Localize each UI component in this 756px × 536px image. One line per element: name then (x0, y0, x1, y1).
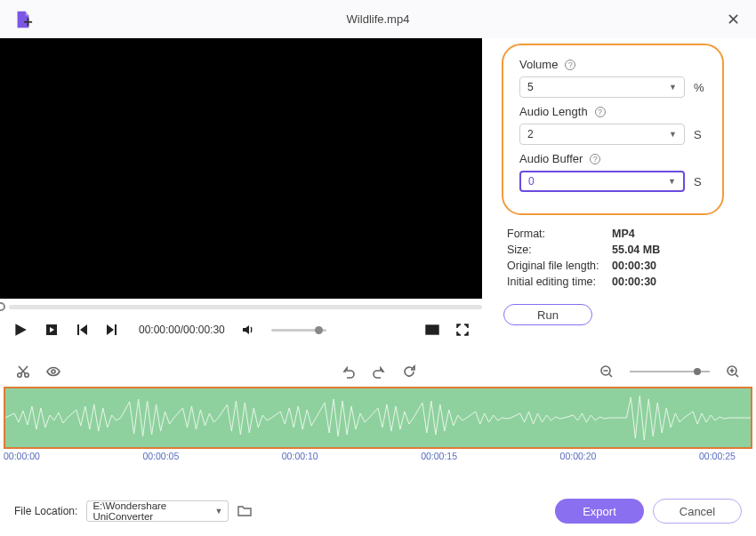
zoom-in-icon[interactable] (726, 364, 740, 379)
audio-buffer-select[interactable]: 0▼ (519, 171, 685, 192)
orig-length-value: 00:00:30 (612, 260, 656, 272)
close-icon[interactable]: ✕ (727, 10, 740, 29)
run-button[interactable]: Run (503, 304, 592, 325)
zoom-out-icon[interactable] (599, 364, 614, 379)
audio-buffer-label: Audio Buffer (519, 152, 583, 165)
stop-icon[interactable] (44, 323, 59, 337)
svg-point-7 (52, 370, 55, 373)
svg-point-4 (434, 327, 436, 329)
volume-label: Volume (519, 58, 558, 71)
time-display: 00:00:00/00:00:30 (139, 324, 225, 336)
refresh-icon[interactable] (402, 364, 416, 379)
orig-length-label: Original file length: (507, 260, 601, 272)
cancel-button[interactable]: Cancel (653, 499, 742, 524)
audio-length-unit: S (694, 128, 706, 141)
svg-rect-10 (5, 388, 751, 447)
svg-rect-1 (28, 18, 29, 26)
format-value: MP4 (612, 228, 635, 240)
volume-unit: % (694, 81, 706, 94)
snapshot-icon[interactable] (425, 323, 439, 337)
help-icon[interactable]: ? (565, 60, 575, 70)
undo-icon[interactable] (342, 364, 356, 379)
audio-length-label: Audio Length (519, 105, 588, 118)
size-value: 55.04 MB (612, 244, 660, 256)
time-ruler: 00:00:00 00:00:05 00:00:10 00:00:15 00:0… (0, 449, 756, 461)
eye-icon[interactable] (46, 364, 60, 379)
volume-select[interactable]: 5▼ (519, 76, 685, 98)
cut-icon[interactable] (16, 364, 30, 379)
export-button[interactable]: Export (555, 499, 644, 524)
prev-frame-icon[interactable] (75, 323, 89, 337)
scrub-track[interactable] (9, 305, 482, 309)
audio-buffer-unit: S (694, 175, 706, 188)
help-icon[interactable]: ? (590, 154, 600, 164)
video-preview (0, 38, 482, 299)
app-logo-icon (13, 10, 33, 29)
audio-params-group: Volume? 5▼ % Audio Length? 2▼ S Audio Bu… (502, 44, 724, 215)
init-time-value: 00:00:30 (612, 276, 656, 288)
play-icon[interactable] (12, 322, 28, 338)
file-location-label: File Location: (14, 505, 77, 517)
playhead-handle[interactable] (0, 302, 5, 311)
waveform[interactable] (4, 387, 752, 449)
size-label: Size: (507, 244, 601, 256)
volume-slider[interactable] (271, 329, 326, 332)
file-location-select[interactable]: E:\Wondershare UniConverter▼ (86, 500, 229, 522)
redo-icon[interactable] (372, 364, 386, 379)
window-title: Wildlife.mp4 (347, 12, 410, 26)
format-label: Format: (507, 228, 601, 240)
help-icon[interactable]: ? (595, 107, 606, 117)
zoom-slider[interactable] (630, 371, 710, 372)
folder-icon[interactable] (237, 505, 252, 517)
init-time-label: Initial editing time: (507, 276, 601, 288)
fullscreen-icon[interactable] (455, 323, 470, 337)
next-frame-icon[interactable] (105, 323, 119, 337)
volume-icon[interactable] (241, 323, 255, 337)
audio-length-select[interactable]: 2▼ (519, 124, 685, 145)
